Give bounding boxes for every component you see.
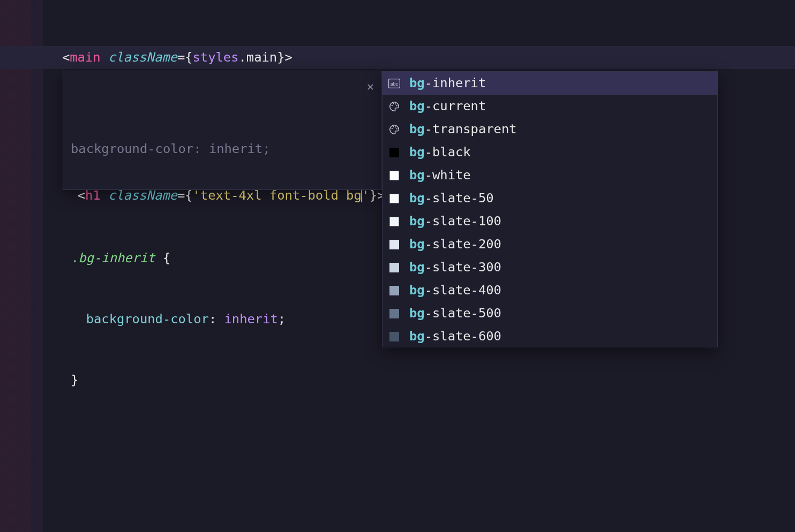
svg-point-6 [392, 128, 393, 129]
suggest-label: bg-current [409, 95, 486, 118]
suggest-item[interactable]: bg-slate-500 [382, 302, 717, 325]
suggest-label: bg-slate-50 [409, 187, 494, 210]
suggest-item[interactable]: abcbg-inherit [382, 72, 717, 95]
tooltip-plain-css: background-color: inherit; [71, 139, 374, 159]
palette-icon [388, 100, 401, 113]
suggest-item[interactable]: bg-slate-600 [382, 325, 717, 348]
tooltip-selector-line: .bg-inherit { [71, 248, 374, 268]
suggest-label: bg-transparent [409, 118, 517, 141]
svg-point-8 [395, 126, 396, 127]
color-swatch-icon [389, 286, 399, 295]
code-line[interactable] [0, 529, 795, 532]
suggest-label: bg-slate-100 [409, 210, 501, 233]
suggest-item[interactable]: bg-slate-300 [382, 256, 717, 279]
suggest-label: bg-black [409, 141, 471, 164]
code-editor[interactable]: <main className={styles.main}> <Button>H… [0, 0, 795, 532]
suggest-label: bg-slate-500 [409, 302, 501, 325]
abc-icon: abc [388, 77, 401, 90]
css-preview-tooltip: ✕ background-color: inherit; .bg-inherit… [63, 71, 382, 190]
color-swatch-icon [389, 148, 399, 157]
tooltip-close-brace: } [71, 370, 374, 390]
svg-point-7 [393, 126, 394, 127]
suggest-item[interactable]: bg-slate-100 [382, 210, 717, 233]
suggest-label: bg-slate-200 [409, 233, 501, 256]
color-swatch-icon [389, 240, 399, 249]
svg-point-5 [396, 105, 398, 106]
svg-point-3 [393, 103, 394, 104]
palette-icon [388, 123, 401, 136]
svg-point-9 [396, 128, 398, 129]
suggest-label: bg-slate-300 [409, 256, 501, 279]
svg-point-4 [395, 103, 396, 104]
suggest-item[interactable]: bg-slate-50 [382, 187, 717, 210]
color-swatch-icon [389, 263, 399, 272]
suggest-item[interactable]: bg-black [382, 141, 717, 164]
svg-point-2 [392, 105, 393, 106]
close-icon[interactable]: ✕ [367, 77, 374, 97]
suggest-label: bg-inherit [409, 72, 486, 95]
svg-text:abc: abc [391, 81, 399, 87]
suggest-label: bg-slate-400 [409, 279, 501, 302]
suggest-label: bg-slate-600 [409, 325, 501, 348]
code-line[interactable] [0, 460, 795, 483]
suggest-item[interactable]: bg-slate-400 [382, 279, 717, 302]
suggest-label: bg-white [409, 164, 471, 187]
suggest-item[interactable]: bg-transparent [382, 118, 717, 141]
autocomplete-suggest[interactable]: abcbg-inheritbg-currentbg-transparentbg-… [382, 71, 718, 347]
code-line[interactable]: <main className={styles.main}> [0, 46, 795, 69]
suggest-item[interactable]: bg-white [382, 164, 717, 187]
suggest-item[interactable]: bg-slate-200 [382, 233, 717, 256]
color-swatch-icon [389, 332, 399, 341]
color-swatch-icon [389, 217, 399, 226]
color-swatch-icon [389, 194, 399, 203]
tooltip-rule-line: background-color: inherit; [71, 309, 374, 329]
color-swatch-icon [389, 171, 399, 180]
suggest-item[interactable]: bg-current [382, 95, 717, 118]
color-swatch-icon [389, 309, 399, 318]
